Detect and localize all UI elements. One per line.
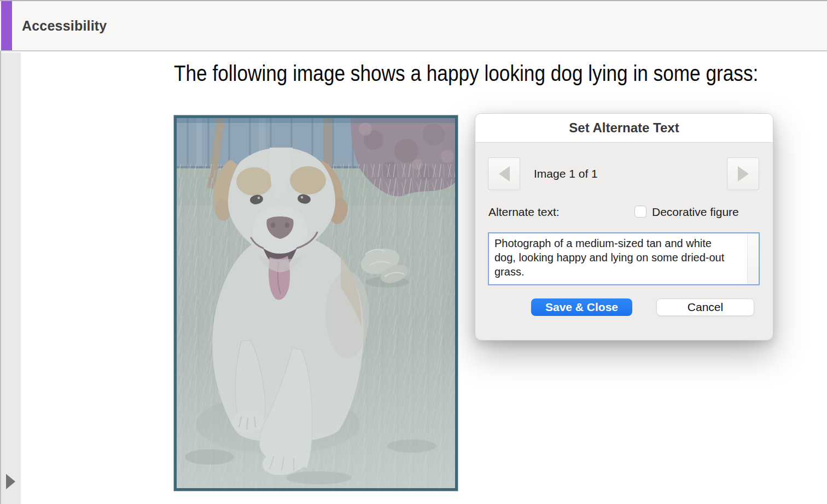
document-heading: The following image shows a happy lookin…	[174, 61, 758, 86]
set-alternate-text-dialog: Set Alternate Text Image 1 of 1 Alternat…	[475, 113, 773, 341]
page-title: Accessibility	[22, 1, 107, 50]
next-image-button[interactable]	[727, 157, 759, 190]
left-triangle-icon	[499, 166, 510, 181]
dialog-title: Set Alternate Text	[569, 120, 679, 136]
expand-panel-icon[interactable]	[6, 474, 15, 489]
dog-photo-illustration	[177, 118, 455, 488]
selection-tint-overlay	[177, 118, 455, 488]
selected-dog-image[interactable]	[174, 115, 458, 491]
decorative-figure-checkbox[interactable]	[634, 206, 647, 218]
decorative-figure-label: Decorative figure	[652, 206, 739, 219]
save-and-close-button[interactable]: Save & Close	[531, 298, 632, 316]
dialog-titlebar[interactable]: Set Alternate Text	[475, 114, 773, 143]
side-panel-rail	[1, 52, 21, 504]
right-triangle-icon	[738, 166, 749, 181]
titlebar: Accessibility	[0, 0, 827, 51]
previous-image-button[interactable]	[488, 157, 520, 190]
cancel-button[interactable]: Cancel	[656, 298, 754, 316]
image-pager-label: Image 1 of 1	[534, 157, 598, 190]
accent-strip	[1, 1, 12, 50]
alt-text-input[interactable]: Photograph of a medium-sized tan and whi…	[489, 233, 759, 284]
alt-text-field-frame: Photograph of a medium-sized tan and whi…	[488, 232, 760, 285]
alternate-text-label: Alternate text:	[488, 206, 560, 219]
textarea-scrollbar-track[interactable]	[747, 233, 759, 284]
